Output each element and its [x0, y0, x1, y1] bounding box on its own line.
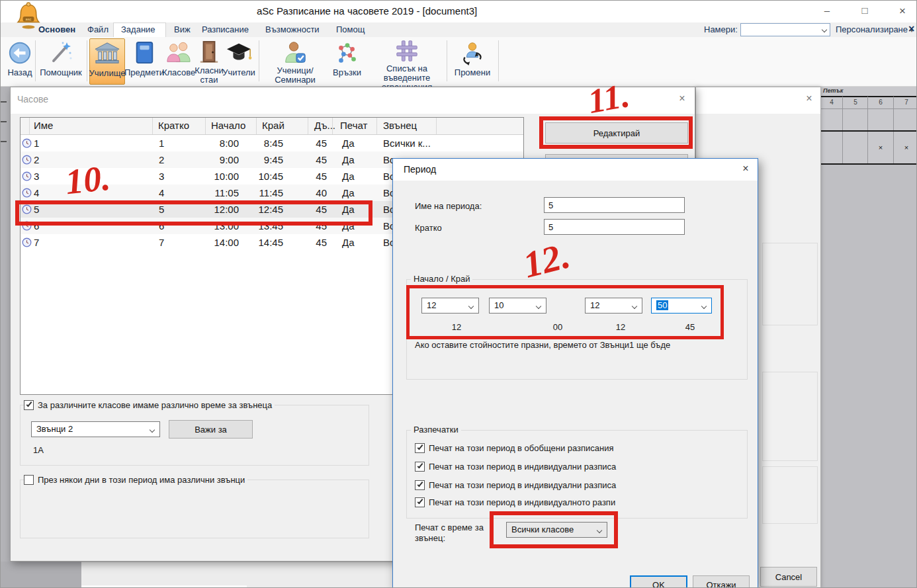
header-duration[interactable]: Дъ... — [308, 118, 333, 134]
menu-tab-zadanie[interactable]: Задание — [121, 24, 155, 34]
close-icon[interactable]: × — [738, 163, 753, 176]
school-button[interactable]: Училище — [89, 38, 125, 85]
checkbox-label: Печат на този период в индивидуалното ра… — [429, 497, 615, 507]
links-icon — [334, 38, 361, 67]
annotation-rect-row5 — [15, 200, 372, 226]
window-title: aSc Разписание на часовете 2019 - [docum… — [257, 5, 477, 17]
annotation-rect-edit-button — [539, 116, 693, 149]
menu-tab-razpisanie[interactable]: Разписание — [202, 24, 249, 34]
header-bell[interactable]: Звънец — [377, 118, 437, 134]
checkbox-unchecked-icon[interactable] — [24, 475, 34, 485]
background-panel — [762, 243, 818, 325]
applies-to-button[interactable]: Важи за — [169, 420, 253, 439]
header-end[interactable]: Край — [257, 118, 308, 134]
svg-text:asc: asc — [25, 17, 31, 21]
print-option-1[interactable]: Печат на този период в обобщени разписан… — [415, 443, 617, 453]
header-start[interactable]: Начало — [206, 118, 257, 134]
checkbox-checked-icon[interactable] — [415, 462, 425, 472]
period-name-label: Име на периода: — [415, 201, 482, 211]
personalize-label: Персонализиране — [836, 24, 908, 34]
subjects-icon — [133, 38, 155, 67]
menu-tab-vizh[interactable]: Виж — [174, 24, 191, 34]
clock-icon — [21, 236, 30, 249]
menu-tab-vazmozhnosti[interactable]: Възможности — [265, 24, 320, 34]
application-window: aSc Разписание на часовете 2019 - [docum… — [0, 0, 917, 588]
ok-button[interactable]: OK — [630, 575, 687, 588]
close-icon[interactable]: × — [675, 93, 689, 106]
different-days-checkbox[interactable]: През някои дни в този период има различн… — [24, 475, 247, 485]
close-panel-x-icon[interactable]: × — [908, 23, 914, 35]
ruler-tick — [1, 141, 7, 142]
back-icon — [7, 38, 32, 67]
print-option-4[interactable]: Печат на този период в индивидуалното ра… — [415, 497, 618, 507]
menu-tab-osnoven[interactable]: Основен — [38, 24, 75, 34]
menu-tab-fail[interactable]: Файл — [87, 24, 109, 34]
chevron-down-icon[interactable] — [822, 27, 827, 32]
chevron-down-icon[interactable] — [150, 427, 155, 433]
classes-value: 1А — [33, 445, 44, 455]
find-label: Намери: — [704, 24, 738, 34]
cancel-button[interactable]: Откажи — [693, 575, 750, 588]
close-icon[interactable]: × — [802, 93, 816, 106]
school-icon — [93, 39, 121, 68]
periods-table-header: Име Кратко Начало Край Дъ... Печат Звъне… — [21, 118, 523, 135]
hours-dialog-title: Часове — [17, 94, 48, 105]
personalize-menu[interactable]: Персонализиране ▾ — [836, 24, 913, 34]
timetable-day-header: Петък — [823, 87, 843, 94]
printouts-group-label: Разпечатки — [411, 425, 461, 435]
period-short-input[interactable] — [544, 219, 685, 235]
different-bells-checkbox[interactable]: За различните класове имаме различно вре… — [24, 400, 275, 410]
annotation-rect-time-dropdowns — [406, 285, 724, 339]
ruler-tick — [1, 121, 7, 122]
table-row-1[interactable]: 1 1 8:00 8:45 45 Да Всички к... — [21, 135, 523, 151]
subjects-button[interactable]: Предмети — [126, 38, 162, 85]
bells-select-value: Звънци 2 — [36, 424, 73, 434]
classes-icon — [165, 38, 193, 67]
period-name-input[interactable] — [544, 197, 685, 213]
timetable-col-4: 4 — [820, 99, 844, 106]
maximize-button[interactable]: □ — [857, 5, 872, 18]
students-seminars-button[interactable]: Ученици/Семинари — [261, 38, 329, 85]
period-dialog-titlebar[interactable]: Период × — [393, 159, 758, 181]
bells-select[interactable]: Звънци 2 — [31, 421, 160, 437]
clock-icon — [21, 153, 30, 167]
classes-button[interactable]: Класове — [162, 38, 195, 85]
checkbox-checked-icon[interactable] — [415, 480, 425, 490]
period-short-label: Кратко — [415, 223, 442, 233]
classrooms-button[interactable]: Класни стаи — [195, 38, 224, 85]
clock-icon — [21, 137, 30, 150]
constraints-list-button[interactable]: Списък на въведените ограничения — [365, 38, 449, 85]
annotation-step-11: 11. — [585, 75, 632, 121]
days-groupbox — [20, 480, 369, 538]
header-print[interactable]: Печат — [333, 118, 377, 134]
title-bar: aSc Разписание на часовете 2019 - [docum… — [1, 1, 917, 22]
print-option-3[interactable]: Печат на този период в индивидуални разп… — [415, 480, 619, 490]
ribbon-separator — [259, 40, 259, 81]
empty-values-hint: Ако оставите стойностите празни, времето… — [415, 340, 670, 350]
start-end-group-label: Начало / Край — [411, 274, 472, 284]
print-option-2[interactable]: Печат на този период в индивидуални разп… — [415, 462, 619, 472]
links-button[interactable]: Връзки — [329, 38, 365, 85]
clock-icon — [21, 170, 30, 183]
constraints-icon — [394, 38, 419, 63]
teachers-icon — [225, 38, 253, 67]
menu-tab-pomosht[interactable]: Помощ — [336, 24, 365, 34]
background-panel — [762, 466, 818, 524]
timetable-col-5: 5 — [844, 99, 867, 106]
minimize-button[interactable]: – — [820, 5, 834, 18]
annotation-rect-print-time — [490, 511, 618, 548]
ribbon-separator — [498, 40, 499, 81]
checkbox-checked-icon[interactable] — [415, 443, 425, 453]
find-input[interactable] — [740, 23, 830, 36]
checkbox-checked-icon[interactable] — [415, 497, 425, 507]
teachers-button[interactable]: Учители — [224, 38, 254, 85]
close-button[interactable]: × — [895, 5, 910, 18]
header-name[interactable]: Име — [30, 118, 153, 134]
cancel-button-background[interactable]: Cancel — [760, 567, 817, 587]
back-button[interactable]: Назад — [5, 38, 35, 85]
period-dialog-title: Период — [404, 164, 436, 175]
header-short[interactable]: Кратко — [153, 118, 206, 134]
checkbox-checked-icon[interactable] — [24, 400, 34, 410]
wizard-button[interactable]: Помощник — [38, 38, 84, 85]
changes-button[interactable]: Промени — [449, 38, 496, 85]
